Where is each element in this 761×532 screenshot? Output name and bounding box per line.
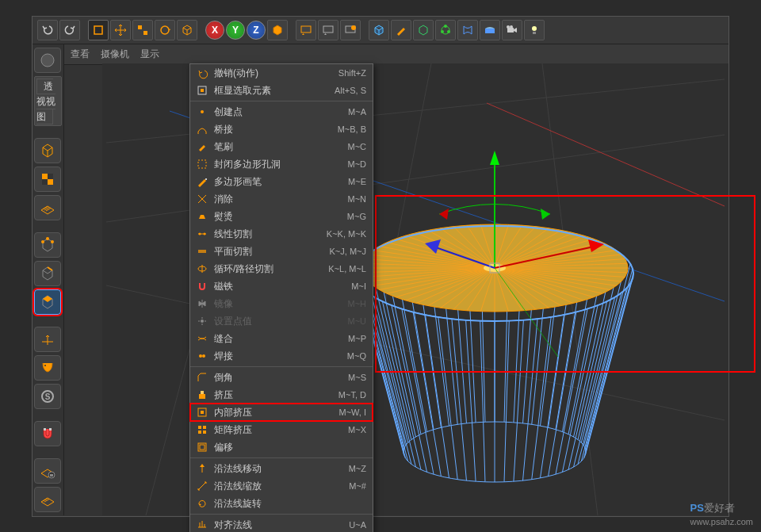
menu-item-offset[interactable]: 偏移	[190, 438, 373, 456]
magnet-snap[interactable]	[34, 421, 61, 446]
menu-item-shortcut: K~L, M~L	[328, 264, 366, 274]
nmove-icon	[195, 462, 209, 475]
svg-rect-199	[198, 426, 201, 429]
mograph-tool[interactable]	[435, 20, 456, 40]
menu-item-align[interactable]: 对齐法线U~A	[190, 516, 373, 532]
texture-mode[interactable]	[34, 166, 61, 192]
redo-button[interactable]	[59, 20, 80, 40]
svg-rect-29	[44, 428, 46, 431]
menu-item-brush[interactable]: 笔刷M~C	[190, 138, 373, 155]
tweak-mode[interactable]	[34, 355, 61, 381]
menu-item-label: 平面切割	[214, 245, 325, 258]
menu-item-label: 线性切割	[214, 228, 322, 241]
axis-mode[interactable]	[34, 327, 61, 352]
menu-item-setpt: 设置点值M~U	[190, 312, 373, 330]
menu-item-polypen[interactable]: 多边形画笔M~E	[190, 173, 373, 190]
primitive-cube[interactable]	[369, 20, 389, 40]
planecut-icon	[195, 245, 209, 258]
workplane-mode[interactable]	[34, 195, 61, 220]
menu-item-extrude[interactable]: 挤压M~T, D	[190, 386, 373, 404]
svg-rect-178	[201, 89, 204, 92]
light-tool[interactable]	[524, 20, 545, 40]
locked-workplane[interactable]	[34, 458, 61, 484]
deformer-tool[interactable]	[457, 20, 478, 40]
axis-x-toggle[interactable]: X	[205, 21, 224, 40]
svg-rect-14	[485, 29, 495, 33]
menu-item-shortcut: M~A	[348, 107, 366, 117]
rotate-tool[interactable]	[155, 20, 175, 40]
menu-item-shortcut: M~Q	[347, 351, 366, 361]
display-menu[interactable]: 显示	[140, 48, 159, 61]
menu-item-bridge[interactable]: 桥接M~B, B	[190, 121, 373, 138]
menu-item-frame[interactable]: 框显选取元素Alt+S, S	[190, 82, 373, 99]
render-settings[interactable]	[340, 20, 361, 40]
pen-tool[interactable]	[391, 20, 411, 40]
select-tool[interactable]	[88, 20, 109, 40]
viewport-menubar: 查看 摄像机 显示	[64, 44, 728, 65]
mirror-icon	[195, 297, 209, 310]
model-mode[interactable]	[34, 138, 61, 163]
svg-point-13	[441, 30, 444, 33]
render-view[interactable]	[296, 20, 316, 40]
svg-point-9	[351, 25, 356, 30]
menu-item-label: 磁铁	[214, 280, 346, 293]
iron-icon	[195, 210, 209, 223]
world-toggle[interactable]	[267, 20, 288, 40]
menu-item-loopcut[interactable]: 循环/路径切割K~L, M~L	[190, 260, 373, 277]
watermark: PS爱好者 www.psahz.com	[690, 501, 753, 527]
svg-line-56	[523, 319, 538, 480]
svg-point-16	[507, 25, 510, 29]
menu-item-shortcut: M~H	[347, 299, 366, 308]
mode-toolbar: 透视视图 S	[33, 44, 64, 515]
menu-item-label: 多边形画笔	[214, 175, 343, 189]
snap-mode[interactable]: S	[34, 384, 61, 409]
workplane-align[interactable]	[34, 487, 61, 512]
nurbs-tool[interactable]	[413, 20, 434, 40]
menu-item-close[interactable]: 封闭多边形孔洞M~D	[190, 155, 373, 173]
move-tool[interactable]	[110, 20, 131, 40]
menu-item-linecut[interactable]: 线性切割K~K, M~K	[190, 225, 373, 243]
menu-item-dissolve[interactable]: 消除M~N	[190, 190, 373, 208]
menu-item-iron[interactable]: 熨烫M~G	[190, 208, 373, 225]
polygon-mode[interactable]	[34, 289, 61, 315]
tool-cube[interactable]	[177, 20, 197, 40]
render-pict[interactable]	[318, 20, 338, 40]
menu-item-matrixext[interactable]: 矩阵挤压M~X	[190, 421, 373, 438]
scale-tool[interactable]	[132, 20, 153, 40]
menu-item-nscale[interactable]: 沿法线缩放M~#	[190, 477, 373, 495]
menu-item-nrotate[interactable]: 沿法线旋转	[190, 495, 373, 512]
svg-marker-7	[324, 33, 327, 35]
loopcut-icon	[195, 262, 209, 275]
menu-item-label: 消除	[214, 193, 342, 206]
menu-item-label: 矩阵挤压	[214, 423, 343, 437]
menu-item-label: 偏移	[214, 441, 361, 454]
menu-item-planecut[interactable]: 平面切割K~J, M~J	[190, 243, 373, 260]
svg-marker-168	[490, 151, 499, 165]
undo-button[interactable]	[37, 20, 58, 40]
svg-marker-207	[198, 503, 201, 506]
axis-z-toggle[interactable]: Z	[247, 21, 266, 40]
menu-item-magnet[interactable]: 磁铁M~I	[190, 277, 373, 295]
svg-point-17	[510, 25, 513, 29]
menu-item-stitch[interactable]: 缝合M~P	[190, 330, 373, 347]
bridge-icon	[195, 123, 209, 136]
editable-icon[interactable]	[34, 48, 61, 73]
menu-item-undo[interactable]: 撤销(动作)Shift+Z	[190, 64, 373, 82]
menu-item-label: 沿法线移动	[214, 462, 344, 476]
menu-item-label: 设置点值	[214, 315, 342, 328]
menu-item-shortcut: M~I	[351, 281, 366, 291]
camera-tool[interactable]	[502, 20, 522, 40]
menu-item-point[interactable]: 创建点M~A	[190, 103, 373, 121]
point-mode[interactable]	[34, 232, 61, 258]
menu-item-bevel[interactable]: 倒角M~S	[190, 369, 373, 386]
menu-item-shortcut: K~J, M~J	[330, 247, 366, 256]
view-menu[interactable]: 查看	[71, 48, 90, 61]
menu-item-nmove[interactable]: 沿法线移动M~Z	[190, 460, 373, 477]
environment-tool[interactable]	[480, 20, 500, 40]
camera-menu[interactable]: 摄像机	[101, 48, 129, 61]
menu-item-innerext[interactable]: 内部挤压M~W, I	[190, 404, 373, 421]
menu-item-weld[interactable]: 焊接M~Q	[190, 347, 373, 365]
edge-mode[interactable]	[34, 261, 61, 286]
view-label: 透视视图	[34, 76, 62, 126]
axis-y-toggle[interactable]: Y	[226, 21, 245, 40]
